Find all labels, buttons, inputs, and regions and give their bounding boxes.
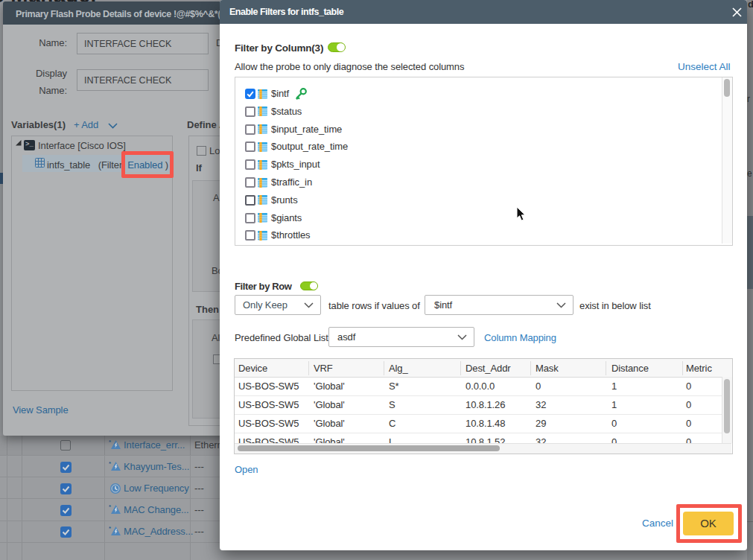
svg-text:*: * — [109, 503, 112, 510]
svg-text:*: * — [109, 525, 112, 532]
svg-text:*: * — [109, 439, 112, 445]
svg-text:*: * — [109, 460, 112, 467]
